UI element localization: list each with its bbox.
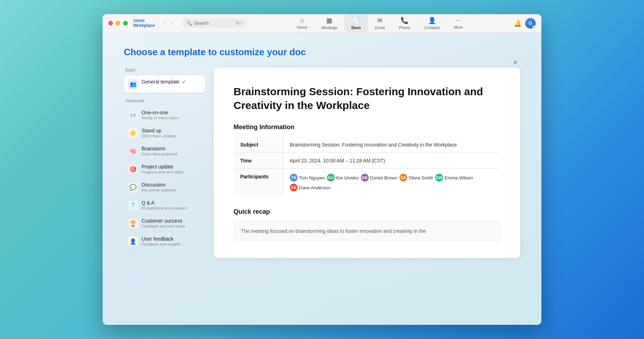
- more-icon: ···: [456, 17, 461, 24]
- sidebar-item-brainstorm[interactable]: 🧠 Brainstorm Every idea proposed: [124, 142, 205, 160]
- preview-panel: Brainstorming Session: Fostering Innovat…: [214, 68, 520, 258]
- one-on-one-icon: 1:1: [128, 110, 138, 120]
- participants-label: Participants: [234, 169, 283, 197]
- contacts-icon: 👤: [428, 17, 436, 24]
- tab-email[interactable]: ✉ Email: [368, 15, 392, 32]
- basic-section-label: Basic: [124, 68, 205, 73]
- participant-emma: EW Emma Wilson: [435, 174, 473, 182]
- participant-avatar-kei: KU: [327, 174, 335, 182]
- sidebar-item-discussion[interactable]: 💬 Discussion Key points overview: [124, 178, 205, 196]
- sidebar-item-project-update[interactable]: 🎯 Project update Progress and next steps: [124, 160, 205, 178]
- template-sidebar: Basic 👥 General template ✓ Advanced: [124, 68, 205, 258]
- tab-phone-label: Phone: [399, 25, 410, 30]
- minimize-window-button[interactable]: [116, 21, 120, 25]
- brainstorm-icon: 🧠: [128, 146, 138, 156]
- app-logo: zoomWorkplace: [133, 18, 155, 28]
- tab-home[interactable]: ⌂ Home: [290, 15, 314, 32]
- tab-contacts[interactable]: 👤 Contacts: [417, 15, 447, 32]
- docs-icon: 📄: [352, 17, 360, 24]
- participants-list: TN Tom Nguyen KU Kei Umeko DB: [290, 174, 494, 191]
- template-layout: × Basic 👥 General template ✓ Advanced: [124, 68, 520, 258]
- subject-value: Brainstorming Session: Fostering Innovat…: [283, 137, 500, 153]
- general-template-text: General template ✓: [142, 79, 201, 85]
- avatar[interactable]: O: [525, 18, 536, 29]
- participants-value: TN Tom Nguyen KU Kei Umeko DB: [283, 169, 500, 197]
- time-value: April 23, 2024, 10:00 AM – 11:28 AM (CST…: [283, 153, 500, 169]
- discussion-icon: 💬: [128, 182, 138, 192]
- selected-checkmark: ✓: [182, 79, 186, 85]
- stand-up-icon: ☀️: [128, 128, 138, 138]
- quick-recap-section: Quick recap The meeting focused on brain…: [234, 208, 500, 241]
- nav-right: 🔔 O: [514, 18, 536, 29]
- search-label: Search: [194, 21, 209, 26]
- notification-bell-icon[interactable]: 🔔: [514, 19, 522, 27]
- nav-arrows: ‹ ›: [162, 19, 175, 28]
- sidebar-item-stand-up[interactable]: ☀️ Stand up Quick team updates: [124, 124, 205, 142]
- table-row-time: Time April 23, 2024, 10:00 AM – 11:28 AM…: [234, 153, 500, 169]
- nav-tabs: ⌂ Home ▦ Meetings 📄 Docs ✉ Email 📞 Phone…: [250, 15, 510, 32]
- table-row-subject: Subject Brainstorming Session: Fostering…: [234, 137, 500, 153]
- advanced-section-label: Advanced: [124, 98, 205, 103]
- participant-olivia: OS Olivia Smith: [399, 174, 433, 182]
- time-label: Time: [234, 153, 283, 169]
- search-shortcut: ⌘F: [235, 21, 242, 25]
- tab-email-label: Email: [375, 25, 385, 30]
- tab-home-label: Home: [297, 25, 307, 29]
- phone-icon: 📞: [401, 17, 408, 24]
- tab-docs[interactable]: 📄 Docs: [344, 15, 368, 32]
- qa-icon: ?: [128, 200, 138, 210]
- participant-avatar-tom: TN: [290, 174, 298, 182]
- general-template-icon: 👥: [128, 79, 138, 89]
- sidebar-item-user-feedback[interactable]: 👤 User feedback Feedback and insights: [124, 232, 205, 250]
- participant-tom: TN Tom Nguyen: [290, 174, 325, 182]
- participant-kei: KU Kei Umeko: [327, 174, 359, 182]
- subject-label: Subject: [234, 137, 283, 153]
- participant-dave: DA Dave Anderson: [290, 184, 330, 191]
- back-button[interactable]: ‹: [162, 19, 168, 28]
- online-status-dot: [533, 25, 536, 29]
- quick-recap-text: The meeting focused on brainstorming ide…: [234, 221, 500, 241]
- close-dialog-button[interactable]: ×: [510, 57, 520, 68]
- doc-title: Brainstorming Session: Fostering Innovat…: [234, 85, 500, 112]
- tab-more-label: More: [454, 25, 463, 29]
- forward-button[interactable]: ›: [169, 19, 175, 28]
- customer-success-icon: 🏆: [128, 218, 138, 228]
- user-feedback-icon: 👤: [128, 236, 138, 246]
- main-content: Choose a template to customize your doc …: [103, 33, 541, 325]
- project-update-icon: 🎯: [128, 164, 138, 174]
- sidebar-item-general[interactable]: 👥 General template ✓: [124, 75, 205, 93]
- tab-more[interactable]: ··· More: [447, 15, 470, 32]
- tab-meetings-label: Meetings: [321, 25, 337, 30]
- participant-avatar-olivia: OS: [399, 174, 407, 182]
- titlebar: zoomWorkplace ‹ › 🔍 Search ⌘F ⌂ Home ▦ M…: [103, 14, 541, 33]
- sidebar-item-one-on-one[interactable]: 1:1 One-on-one Recap of every topics: [124, 106, 205, 123]
- app-logo-text: zoomWorkplace: [133, 18, 155, 28]
- tab-phone[interactable]: 📞 Phone: [392, 15, 417, 32]
- home-icon: ⌂: [300, 17, 304, 24]
- tab-contacts-label: Contacts: [424, 25, 439, 30]
- meetings-icon: ▦: [326, 17, 332, 24]
- close-window-button[interactable]: [108, 21, 113, 25]
- dialog-title: Choose a template to customize your doc: [124, 47, 520, 58]
- tab-docs-label: Docs: [351, 25, 361, 30]
- sidebar-item-qa[interactable]: ? Q & A All questions and answers: [124, 196, 205, 214]
- email-icon: ✉: [377, 17, 383, 24]
- search-icon: 🔍: [186, 21, 192, 26]
- participant-avatar-emma: EW: [435, 174, 443, 182]
- participant-daniel: DB Daniel Brown: [361, 174, 397, 182]
- quick-recap-label: Quick recap: [234, 208, 500, 216]
- window-controls: [108, 21, 128, 25]
- participant-avatar-daniel: DB: [361, 174, 369, 182]
- meeting-info-label: Meeting Information: [234, 123, 500, 131]
- meeting-info-table: Subject Brainstorming Session: Fostering…: [234, 137, 500, 197]
- participant-avatar-dave: DA: [290, 184, 298, 191]
- app-window: zoomWorkplace ‹ › 🔍 Search ⌘F ⌂ Home ▦ M…: [103, 14, 541, 325]
- table-row-participants: Participants TN Tom Nguyen KU K: [234, 169, 500, 197]
- search-bar[interactable]: 🔍 Search ⌘F: [182, 19, 246, 28]
- tab-meetings[interactable]: ▦ Meetings: [314, 15, 344, 32]
- maximize-window-button[interactable]: [123, 21, 128, 25]
- sidebar-item-customer-success[interactable]: 🏆 Customer success Feedback and next ste…: [124, 214, 205, 232]
